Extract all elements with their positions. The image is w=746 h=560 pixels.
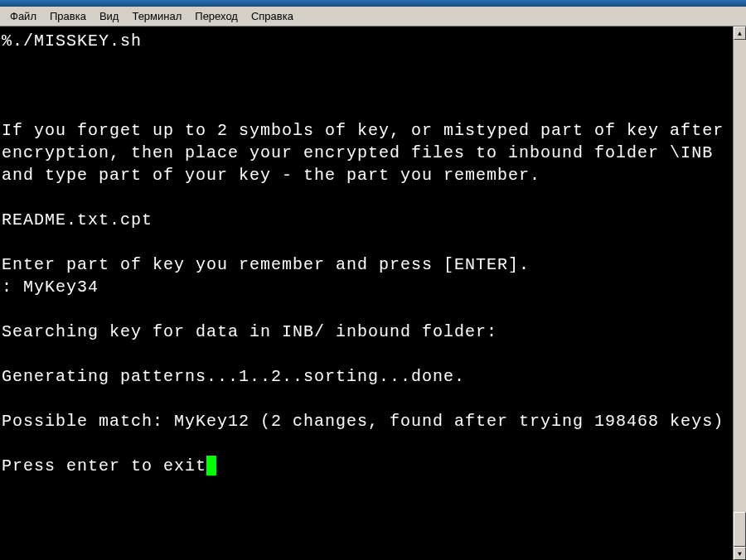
terminal-cursor <box>206 456 216 476</box>
menu-edit[interactable]: Правка <box>43 7 93 25</box>
menu-view[interactable]: Вид <box>93 7 126 25</box>
window-titlebar <box>0 0 746 7</box>
menu-file[interactable]: Файл <box>3 7 43 25</box>
menu-goto[interactable]: Переход <box>188 7 245 25</box>
menubar: Файл Правка Вид Терминал Переход Справка <box>0 7 746 27</box>
terminal-output[interactable]: %./MISSKEY.sh If you forget up to 2 symb… <box>0 27 733 560</box>
scrollbar: ▲ ▼ <box>733 27 746 560</box>
terminal-area: %./MISSKEY.sh If you forget up to 2 symb… <box>0 27 746 560</box>
scroll-thumb[interactable] <box>734 512 746 547</box>
scroll-track[interactable] <box>734 40 746 547</box>
scroll-down-button[interactable]: ▼ <box>734 547 746 560</box>
scroll-up-button[interactable]: ▲ <box>734 27 746 40</box>
menu-terminal[interactable]: Терминал <box>125 7 188 25</box>
menu-help[interactable]: Справка <box>245 7 300 25</box>
